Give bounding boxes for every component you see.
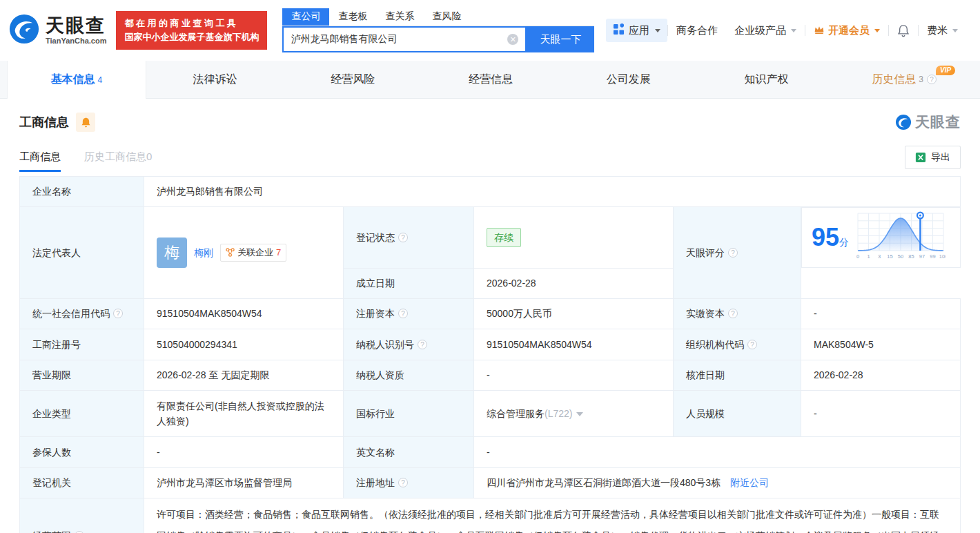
- field-legal-rep-value: 梅 梅刚 关联企业 7: [144, 207, 344, 299]
- clear-search-icon[interactable]: ✕: [507, 34, 518, 45]
- industry-code: (L722): [545, 408, 572, 419]
- tab-count: 3: [919, 75, 923, 84]
- promo-line1: 都在用的商业查询工具: [124, 17, 259, 30]
- field-uscc-value: 91510504MAK8504W54: [144, 298, 344, 329]
- field-score-value: 95分 0131550859799100: [801, 207, 961, 268]
- username-label: 费米: [927, 24, 948, 37]
- table-row: 经营范围? 许可项目：酒类经营；食品销售；食品互联网销售。（依法须经批准的项目，…: [20, 498, 961, 533]
- field-legal-rep-label: 法定代表人: [20, 207, 144, 299]
- field-industry-value: 综合管理服务(L722): [474, 390, 674, 436]
- field-staff-size-label: 人员规模: [674, 390, 801, 436]
- help-icon[interactable]: ?: [398, 309, 408, 318]
- tab-legal-litigation[interactable]: 法律诉讼: [146, 61, 284, 98]
- section-title: 工商信息: [19, 114, 69, 130]
- nav-enterprise-products[interactable]: 企业级产品: [726, 24, 805, 37]
- tab-company-development[interactable]: 公司发展: [560, 61, 698, 98]
- svg-text:1: 1: [867, 253, 870, 260]
- tab-history-info[interactable]: VIP 历史信息 3 ?: [835, 61, 973, 98]
- subtab-history-business-info[interactable]: 历史工商信息0: [84, 151, 152, 172]
- search-tab-relation[interactable]: 查关系: [376, 8, 423, 26]
- score-unit: 分: [839, 237, 849, 248]
- excel-icon: [915, 152, 926, 163]
- search-input[interactable]: 泸州龙马郎销售有限公司 ✕: [282, 26, 527, 52]
- monitor-bell-button[interactable]: [76, 113, 95, 132]
- related-count: 7: [276, 246, 281, 260]
- legal-rep-avatar[interactable]: 梅: [157, 238, 187, 268]
- field-taxpayer-id-label: 纳税人识别号?: [344, 329, 474, 360]
- table-row: 营业期限 2026-02-28 至 无固定期限 纳税人资质 - 核准日期 202…: [20, 360, 961, 390]
- tab-label: 历史信息: [872, 72, 916, 87]
- svg-text:99: 99: [930, 253, 935, 260]
- subtab-business-info[interactable]: 工商信息: [19, 151, 61, 172]
- search-tab-boss[interactable]: 查老板: [329, 8, 376, 26]
- help-icon[interactable]: ?: [418, 340, 427, 349]
- field-staff-size-value: -: [801, 390, 961, 436]
- logo-text: 天眼查 TianYanCha.com: [46, 17, 106, 45]
- export-label: 导出: [931, 151, 950, 164]
- field-reg-authority-label: 登记机关: [20, 467, 144, 498]
- user-menu[interactable]: 费米: [919, 24, 966, 37]
- tab-basic-info[interactable]: 基本信息 4: [7, 61, 146, 99]
- help-icon[interactable]: ?: [728, 248, 738, 258]
- svg-text:85: 85: [908, 253, 914, 260]
- watermark-logo: 天眼查: [895, 113, 961, 132]
- table-row: 企业名称 泸州龙马郎销售有限公司: [20, 177, 961, 207]
- help-icon[interactable]: ?: [398, 478, 408, 487]
- section-header: 工商信息 天眼查: [19, 110, 961, 135]
- field-insured-label: 参保人数: [20, 436, 144, 467]
- field-reg-authority-value: 泸州市龙马潭区市场监督管理局: [144, 467, 344, 498]
- search-tab-risk[interactable]: 查风险: [423, 8, 470, 26]
- chevron-down-icon: [791, 29, 796, 32]
- brand-domain: TianYanCha.com: [46, 37, 106, 45]
- app-grid-icon: [613, 23, 625, 37]
- help-icon[interactable]: ?: [747, 340, 757, 349]
- field-reg-status-value: 存续: [474, 207, 674, 269]
- content: 工商信息 天眼查 工商信息 历史工商信息0: [0, 99, 980, 533]
- field-reg-capital-label: 注册资本?: [344, 298, 474, 329]
- field-approve-date-value: 2026-02-28: [801, 360, 961, 390]
- table-row: 统一社会信用代码? 91510504MAK8504W54 注册资本? 50000…: [20, 298, 961, 329]
- legal-rep-link[interactable]: 梅刚: [194, 245, 213, 260]
- nav-cooperation[interactable]: 商务合作: [668, 24, 726, 37]
- related-companies-badge[interactable]: 关联企业 7: [220, 244, 286, 262]
- field-insured-value: -: [144, 436, 344, 467]
- company-profile-tabs: 基本信息 4 法律诉讼 经营风险 经营信息 公司发展 知识产权 VIP 历史信息…: [0, 61, 980, 99]
- apps-menu[interactable]: 应用: [606, 19, 667, 42]
- status-badge: 存续: [487, 228, 521, 247]
- tab-operation-info[interactable]: 经营信息: [422, 61, 560, 98]
- tianyancha-logo[interactable]: 天眼查 TianYanCha.com: [8, 13, 106, 48]
- svg-text:3: 3: [878, 253, 881, 260]
- score-number: 95: [812, 223, 839, 251]
- nav-open-vip[interactable]: 开通会员: [805, 24, 888, 37]
- svg-text:0: 0: [856, 253, 859, 260]
- field-paid-capital-value: -: [801, 298, 961, 329]
- tab-operation-risk[interactable]: 经营风险: [284, 61, 422, 98]
- apps-label: 应用: [629, 24, 649, 37]
- chevron-down-icon: [655, 29, 660, 32]
- help-icon[interactable]: ?: [113, 309, 123, 318]
- cooperation-label: 商务合作: [676, 24, 718, 37]
- search-row: 泸州龙马郎销售有限公司 ✕ 天眼一下: [282, 26, 594, 52]
- field-english-name-value: -: [474, 436, 961, 467]
- help-icon[interactable]: ?: [398, 233, 408, 242]
- tab-count: 4: [98, 75, 103, 85]
- notifications-bell[interactable]: [889, 24, 918, 37]
- tab-label: 公司发展: [607, 72, 651, 87]
- chevron-down-icon[interactable]: [576, 412, 583, 416]
- help-icon[interactable]: ?: [927, 75, 937, 84]
- bell-icon: [897, 24, 910, 37]
- search-tab-company[interactable]: 查公司: [282, 8, 329, 26]
- export-button[interactable]: 导出: [905, 146, 961, 169]
- search-button[interactable]: 天眼一下: [527, 26, 594, 52]
- field-reg-address-label: 注册地址?: [344, 467, 474, 498]
- tab-intellectual-property[interactable]: 知识产权: [698, 61, 836, 98]
- help-icon[interactable]: ?: [728, 309, 738, 318]
- network-icon: [226, 248, 235, 257]
- field-approve-date-label: 核准日期: [674, 360, 801, 390]
- related-label: 关联企业: [237, 246, 273, 260]
- field-biz-term-value: 2026-02-28 至 无固定期限: [144, 360, 344, 390]
- promo-line2: 国家中小企业发展子基金旗下机构: [124, 30, 259, 44]
- nearby-companies-link[interactable]: 附近公司: [730, 477, 769, 488]
- field-establish-date-value: 2026-02-28: [474, 268, 674, 298]
- field-industry-label: 国标行业: [344, 390, 474, 436]
